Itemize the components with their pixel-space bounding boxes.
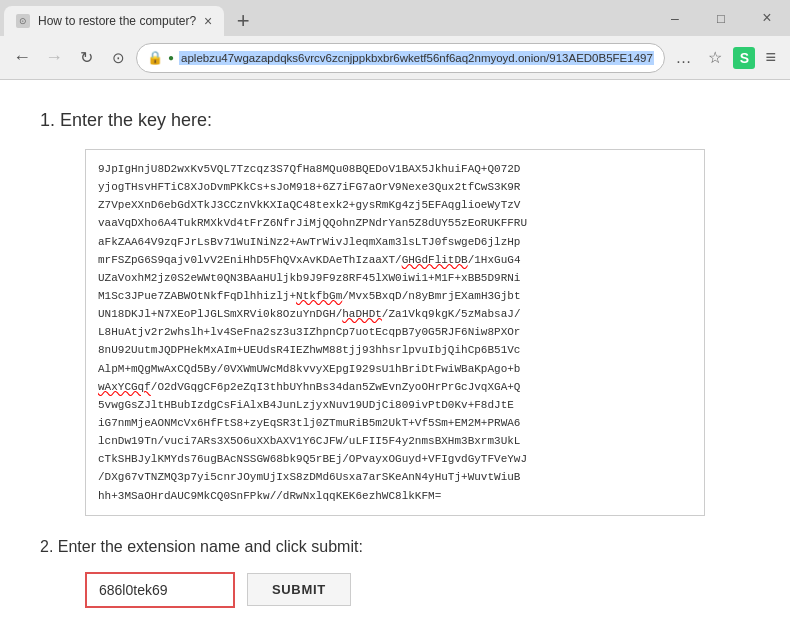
tab-title: How to restore the computer?	[38, 14, 196, 28]
secure-dot-icon: ●	[168, 52, 174, 63]
secure-lock-icon: 🔒	[147, 50, 163, 65]
forward-button[interactable]: →	[40, 44, 68, 72]
browser-window: ⊙ How to restore the computer? × + – □ ×…	[0, 0, 790, 621]
submit-button[interactable]: SUBMIT	[247, 573, 351, 606]
home-icon: ⊙	[112, 49, 125, 67]
active-tab[interactable]: ⊙ How to restore the computer? ×	[4, 6, 224, 36]
page-content: 1. Enter the key here: 9JpIgHnjU8D2wxKv5…	[0, 80, 790, 621]
red-underline-text2: NtkfbGm	[296, 290, 342, 302]
forward-icon: →	[45, 47, 63, 68]
tab-close-button[interactable]: ×	[204, 14, 212, 28]
browser-menu-button[interactable]: ≡	[759, 45, 782, 70]
reload-icon: ↻	[80, 48, 93, 67]
extensions-button[interactable]: …	[669, 44, 697, 72]
red-underline-text3: haDHDt	[342, 308, 382, 320]
close-button[interactable]: ×	[744, 3, 790, 33]
key-text-box: 9JpIgHnjU8D2wxKv5VQL7Tzcqz3S7QfHa8MQu08B…	[85, 149, 705, 516]
back-button[interactable]: ←	[8, 44, 36, 72]
home-button[interactable]: ⊙	[104, 44, 132, 72]
back-icon: ←	[13, 47, 31, 68]
extension-row: SUBMIT	[85, 572, 705, 608]
red-underline-text4: wAxYCGqf	[98, 381, 151, 393]
page-wrapper: 🔍 1. Enter the key here: 9JpIgHnjU8D2wxK…	[0, 80, 790, 621]
extension-input[interactable]	[85, 572, 235, 608]
address-bar: ← → ↻ ⊙ 🔒 ● aplebzu47wgazapdqks6vrcv6zcn…	[0, 36, 790, 80]
url-field[interactable]: 🔒 ● aplebzu47wgazapdqks6vrcv6zcnjppkbxbr…	[136, 43, 665, 73]
section2-title: 2. Enter the extension name and click su…	[40, 538, 660, 556]
red-underline-text1: GHGdFlitDB	[402, 254, 468, 266]
new-tab-button[interactable]: +	[228, 6, 258, 36]
browser-logo: S	[733, 47, 755, 69]
section1-title: 1. Enter the key here:	[40, 110, 660, 131]
reload-button[interactable]: ↻	[72, 44, 100, 72]
minimize-button[interactable]: –	[652, 3, 698, 33]
bookmark-button[interactable]: ☆	[701, 44, 729, 72]
window-controls: – □ ×	[652, 0, 790, 36]
maximize-button[interactable]: □	[698, 3, 744, 33]
url-text: aplebzu47wgazapdqks6vrcv6zcnjppkbxbr6wke…	[179, 51, 654, 65]
tab-favicon: ⊙	[16, 14, 30, 28]
